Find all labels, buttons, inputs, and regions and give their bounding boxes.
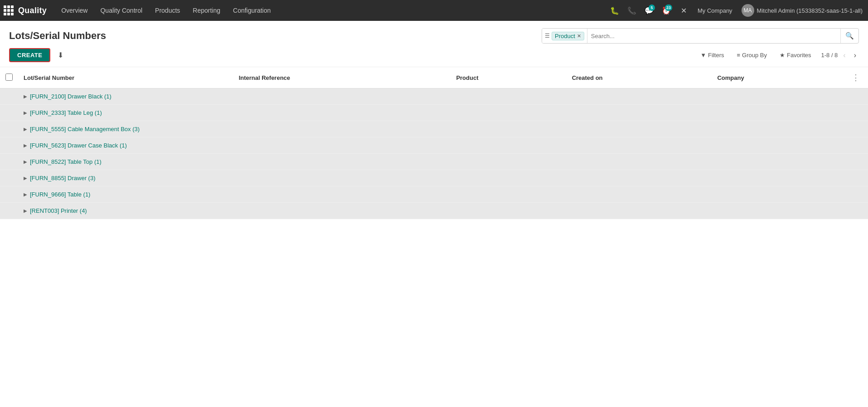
star-icon: ★: [780, 52, 785, 59]
menu-quality-control[interactable]: Quality Control: [94, 0, 149, 21]
table-row[interactable]: ▶ [FURN_8855] Drawer (3): [0, 170, 868, 186]
toolbar-left: CREATE ⬇: [9, 48, 66, 62]
table-row[interactable]: ▶ [FURN_2100] Drawer Black (1): [0, 88, 868, 105]
topnav: Quality Overview Quality Control Product…: [0, 0, 868, 21]
row-options-cell: [844, 137, 868, 154]
table-row[interactable]: ▶ [FURN_9666] Table (1): [0, 186, 868, 203]
menu-overview[interactable]: Overview: [55, 0, 94, 21]
chat-icon[interactable]: 💬 5: [642, 4, 656, 17]
topnav-right: 🐛 📞 💬 5 ⏰ 23 ✕ My Company MA Mitchell Ad…: [608, 4, 864, 17]
pagination-next-button[interactable]: ›: [851, 50, 859, 60]
download-button[interactable]: ⬇: [55, 49, 66, 61]
row-options-cell: [844, 154, 868, 170]
row-options-cell: [844, 88, 868, 105]
menu-configuration[interactable]: Configuration: [227, 0, 277, 21]
table-row[interactable]: ▶ [FURN_8522] Table Top (1): [0, 154, 868, 170]
row-checkbox-cell: [0, 154, 18, 170]
pagination-range: 1-8 / 8: [821, 52, 838, 59]
wrench-icon[interactable]: ✕: [677, 4, 690, 17]
filters-label: Filters: [708, 52, 724, 59]
top-menu: Overview Quality Control Products Report…: [55, 0, 608, 21]
page-content: Lots/Serial Numbers ☰ Product ✕ 🔍 CREATE…: [0, 21, 868, 407]
group-label: [RENT003] Printer (4): [30, 207, 87, 214]
group-cell-7: ▶ [RENT003] Printer (4): [18, 203, 844, 219]
filter-icon: ▼: [700, 52, 706, 59]
row-checkbox-cell: [0, 203, 18, 219]
pagination: 1-8 / 8 ‹ ›: [821, 50, 859, 60]
pagination-prev-button[interactable]: ‹: [840, 50, 848, 60]
row-checkbox-cell: [0, 88, 18, 105]
group-arrow-icon: ▶: [24, 176, 27, 181]
col-company: Company: [712, 67, 844, 88]
row-checkbox-cell: [0, 170, 18, 186]
group-label: [FURN_2333] Table Leg (1): [30, 109, 102, 116]
user-menu[interactable]: MA Mitchell Admin (15338352-saas-15-1-al…: [740, 4, 864, 17]
col-product: Product: [451, 67, 566, 88]
favorites-label: Favorites: [787, 52, 811, 59]
group-label: [FURN_9666] Table (1): [30, 191, 90, 198]
select-all-checkbox[interactable]: [5, 74, 13, 81]
group-arrow-icon: ▶: [24, 127, 27, 132]
group-label: [FURN_5555] Cable Management Box (3): [30, 126, 140, 132]
page-header: Lots/Serial Numbers ☰ Product ✕ 🔍: [0, 21, 868, 44]
group-cell-5: ▶ [FURN_8855] Drawer (3): [18, 170, 844, 186]
group-label: [FURN_8855] Drawer (3): [30, 175, 96, 181]
col-options: ⋮: [844, 67, 868, 88]
row-options-cell: [844, 186, 868, 203]
company-switcher[interactable]: My Company: [694, 7, 736, 14]
apps-icon[interactable]: [4, 5, 14, 15]
search-tag-icon: ☰: [545, 33, 550, 39]
group-cell-1: ▶ [FURN_2333] Table Leg (1): [18, 105, 844, 121]
search-bar: ☰ Product ✕ 🔍: [542, 28, 859, 44]
select-all-header[interactable]: [0, 67, 18, 88]
row-options-cell: [844, 203, 868, 219]
search-tag-area: ☰ Product ✕: [542, 29, 587, 43]
menu-products[interactable]: Products: [149, 0, 186, 21]
group-cell-0: ▶ [FURN_2100] Drawer Black (1): [18, 88, 844, 105]
clock-icon[interactable]: ⏰ 23: [659, 4, 673, 17]
groupby-label: Group By: [742, 52, 767, 59]
search-input[interactable]: [587, 29, 840, 43]
group-cell-4: ▶ [FURN_8522] Table Top (1): [18, 154, 844, 170]
create-button[interactable]: CREATE: [9, 48, 50, 62]
row-checkbox-cell: [0, 137, 18, 154]
row-checkbox-cell: [0, 105, 18, 121]
data-table: Lot/Serial Number Internal Reference Pro…: [0, 67, 868, 219]
toolbar: CREATE ⬇ ▼ Filters ≡ Group By ★ Favorite…: [0, 44, 868, 67]
table-row[interactable]: ▶ [FURN_2333] Table Leg (1): [0, 105, 868, 121]
groupby-icon: ≡: [737, 52, 741, 59]
group-arrow-icon: ▶: [24, 192, 27, 197]
group-arrow-icon: ▶: [24, 159, 27, 164]
search-submit-button[interactable]: 🔍: [840, 29, 858, 43]
group-label: [FURN_5623] Drawer Case Black (1): [30, 142, 127, 149]
group-arrow-icon: ▶: [24, 143, 27, 148]
col-internal-ref: Internal Reference: [233, 67, 451, 88]
column-options-button[interactable]: ⋮: [849, 72, 863, 83]
avatar: MA: [742, 4, 754, 17]
group-label: [FURN_2100] Drawer Black (1): [30, 93, 112, 100]
table-row[interactable]: ▶ [FURN_5623] Drawer Case Black (1): [0, 137, 868, 154]
row-options-cell: [844, 105, 868, 121]
search-tag-label-text: Product: [555, 33, 575, 39]
chat-badge: 5: [649, 5, 655, 11]
app-brand: Quality: [18, 6, 47, 15]
favorites-button[interactable]: ★ Favorites: [777, 50, 814, 60]
phone-icon[interactable]: 📞: [625, 4, 639, 17]
group-label: [FURN_8522] Table Top (1): [30, 158, 102, 165]
group-arrow-icon: ▶: [24, 94, 27, 99]
table-row[interactable]: ▶ [FURN_5555] Cable Management Box (3): [0, 121, 868, 137]
clock-badge: 23: [665, 5, 672, 11]
search-tag-product[interactable]: Product ✕: [552, 32, 584, 40]
menu-reporting[interactable]: Reporting: [186, 0, 227, 21]
group-cell-3: ▶ [FURN_5623] Drawer Case Black (1): [18, 137, 844, 154]
table-body: ▶ [FURN_2100] Drawer Black (1) ▶ [FURN_2…: [0, 88, 868, 219]
bug-icon[interactable]: 🐛: [608, 4, 621, 17]
page-title: Lots/Serial Numbers: [9, 30, 106, 42]
group-cell-6: ▶ [FURN_9666] Table (1): [18, 186, 844, 203]
search-tag-close-button[interactable]: ✕: [577, 33, 581, 39]
table-row[interactable]: ▶ [RENT003] Printer (4): [0, 203, 868, 219]
row-checkbox-cell: [0, 121, 18, 137]
group-cell-2: ▶ [FURN_5555] Cable Management Box (3): [18, 121, 844, 137]
groupby-button[interactable]: ≡ Group By: [734, 50, 770, 60]
filters-button[interactable]: ▼ Filters: [698, 50, 727, 60]
